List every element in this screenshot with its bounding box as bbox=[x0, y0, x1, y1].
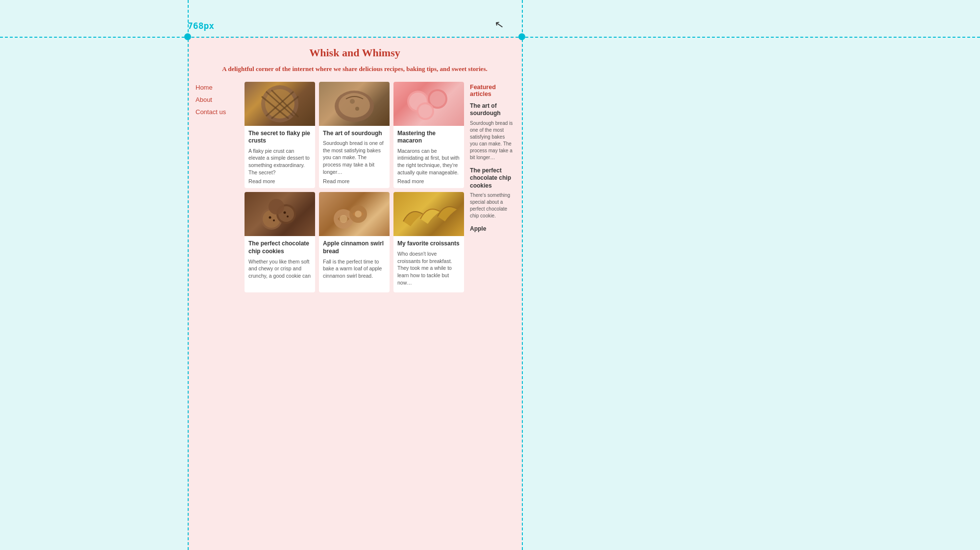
card-body-macaron: Mastering the macaron Macarons can be in… bbox=[393, 126, 464, 189]
cursor-icon: ↖ bbox=[494, 18, 505, 32]
card-title-macaron: Mastering the macaron bbox=[397, 130, 460, 145]
main-content: The secret to flaky pie crusts A flaky p… bbox=[245, 82, 514, 293]
article-card-macaron: Mastering the macaron Macarons can be in… bbox=[393, 82, 464, 189]
svg-point-29 bbox=[355, 211, 362, 217]
nav-home[interactable]: Home bbox=[196, 84, 245, 91]
nav: Home About Contact us bbox=[196, 84, 245, 116]
svg-point-25 bbox=[287, 215, 289, 217]
svg-point-10 bbox=[355, 107, 359, 111]
sidebar-nav: Home About Contact us bbox=[196, 82, 245, 293]
dimension-label: 768px bbox=[188, 21, 214, 31]
card-excerpt-sourdough: Sourdough bread is one of the most satis… bbox=[323, 140, 386, 175]
featured-item-3: Apple bbox=[470, 225, 514, 233]
featured-article-excerpt-2: There's something special about a perfec… bbox=[470, 192, 514, 219]
card-readmore-sourdough[interactable]: Read more bbox=[323, 178, 386, 184]
svg-point-22 bbox=[269, 216, 271, 219]
svg-point-27 bbox=[340, 215, 347, 223]
card-body-pie: The secret to flaky pie crusts A flaky p… bbox=[245, 126, 315, 189]
grid-row-2: The perfect chocolate chip cookies Wheth… bbox=[245, 192, 466, 292]
article-card-cookies: The perfect chocolate chip cookies Wheth… bbox=[245, 192, 315, 292]
article-card-sourdough: The art of sourdough Sourdough bread is … bbox=[319, 82, 390, 189]
card-body-cinnamon: Apple cinnamon swirl bread Fall is the p… bbox=[319, 236, 390, 286]
featured-title: Featured articles bbox=[470, 84, 514, 97]
article-image-sourdough bbox=[319, 82, 390, 126]
site-title: Whisk and Whimsy bbox=[196, 47, 514, 59]
card-excerpt-macaron: Macarons can be intimidating at first, b… bbox=[397, 147, 460, 176]
svg-point-14 bbox=[430, 91, 445, 107]
card-body-sourdough: The art of sourdough Sourdough bread is … bbox=[319, 126, 390, 188]
nav-about[interactable]: About bbox=[196, 96, 245, 103]
card-excerpt-cinnamon: Fall is the perfect time to bake a warm … bbox=[323, 258, 386, 280]
card-title-sourdough: The art of sourdough bbox=[323, 130, 386, 138]
v-guide-line-right bbox=[522, 0, 523, 550]
card-readmore-macaron[interactable]: Read more bbox=[397, 178, 460, 184]
site-container: Whisk and Whimsy A delightful corner of … bbox=[188, 37, 522, 550]
card-body-croissants: My favorite croissants Who doesn't love … bbox=[393, 236, 464, 292]
site-tagline: A delightful corner of the internet wher… bbox=[196, 64, 514, 74]
featured-article-title-3: Apple bbox=[470, 225, 514, 233]
svg-point-21 bbox=[269, 199, 284, 215]
article-card-cinnamon: Apple cinnamon swirl bread Fall is the p… bbox=[319, 192, 390, 292]
card-readmore-pie[interactable]: Read more bbox=[248, 178, 311, 184]
svg-point-16 bbox=[418, 104, 432, 118]
featured-item-1: The art of sourdough Sourdough bread is … bbox=[470, 102, 514, 161]
featured-sidebar: Featured articles The art of sourdough S… bbox=[470, 82, 514, 293]
article-image-cookies bbox=[245, 192, 315, 236]
featured-article-title-1: The art of sourdough bbox=[470, 102, 514, 118]
grid-row-1: The secret to flaky pie crusts A flaky p… bbox=[245, 82, 466, 189]
article-card-pie: The secret to flaky pie crusts A flaky p… bbox=[245, 82, 315, 189]
featured-article-excerpt-1: Sourdough bread is one of the most satis… bbox=[470, 120, 514, 161]
article-grid: The secret to flaky pie crusts A flaky p… bbox=[245, 82, 466, 293]
svg-point-23 bbox=[273, 219, 275, 221]
article-image-pie bbox=[245, 82, 315, 126]
page-layout: Home About Contact us bbox=[196, 82, 514, 293]
card-title-cinnamon: Apple cinnamon swirl bread bbox=[323, 240, 386, 255]
card-excerpt-cookies: Whether you like them soft and chewy or … bbox=[248, 258, 311, 280]
article-image-macaron bbox=[393, 82, 464, 126]
card-title-cookies: The perfect chocolate chip cookies bbox=[248, 240, 311, 255]
article-image-cinnamon bbox=[319, 192, 390, 236]
featured-item-2: The perfect chocolate chip cookies There… bbox=[470, 167, 514, 220]
article-card-croissants: My favorite croissants Who doesn't love … bbox=[393, 192, 464, 292]
card-title-pie: The secret to flaky pie crusts bbox=[248, 130, 311, 145]
article-image-croissants bbox=[393, 192, 464, 236]
nav-contact[interactable]: Contact us bbox=[196, 108, 245, 116]
card-excerpt-croissants: Who doesn't love croissants for breakfas… bbox=[397, 250, 460, 286]
card-body-cookies: The perfect chocolate chip cookies Wheth… bbox=[245, 236, 315, 286]
card-title-croissants: My favorite croissants bbox=[397, 240, 460, 248]
svg-point-24 bbox=[284, 212, 286, 214]
card-excerpt-pie: A flaky pie crust can elevate a simple d… bbox=[248, 147, 311, 176]
featured-article-title-2: The perfect chocolate chip cookies bbox=[470, 167, 514, 190]
svg-point-9 bbox=[350, 99, 355, 104]
